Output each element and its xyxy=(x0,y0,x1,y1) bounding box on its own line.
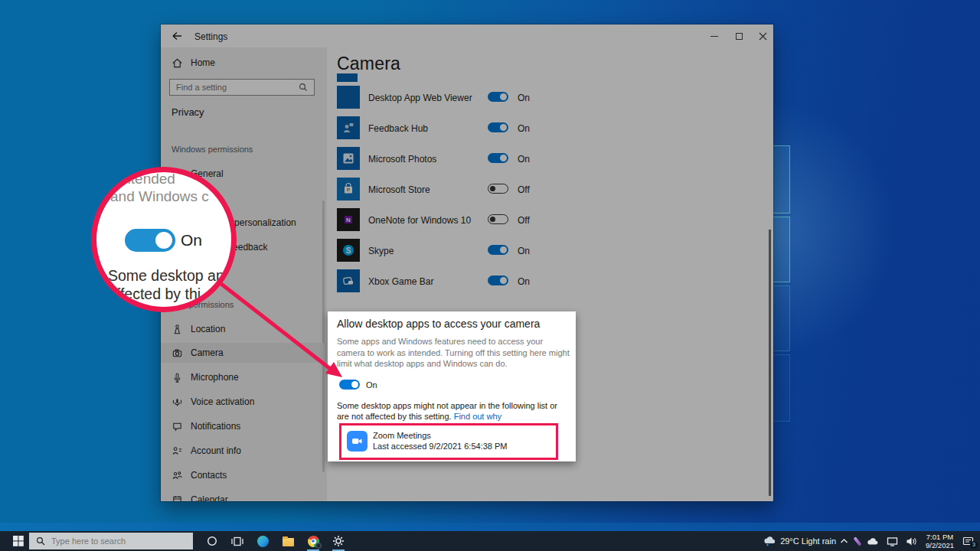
clock-time: 7:01 PM xyxy=(926,533,954,541)
onedrive-icon[interactable] xyxy=(867,537,879,546)
clock-date: 9/2/2021 xyxy=(926,541,954,549)
task-view-button[interactable] xyxy=(226,531,249,551)
edge-icon xyxy=(257,536,269,547)
panel-title: Allow desktop apps to access your camera xyxy=(337,318,540,330)
callout-text: Some desktop ap xyxy=(108,267,224,285)
panel-description: Some apps and Windows features need to a… xyxy=(337,336,570,370)
taskbar-clock[interactable]: 7:01 PM 9/2/2021 xyxy=(926,533,954,549)
settings-button[interactable] xyxy=(327,531,350,551)
desktop-apps-camera-panel: Allow desktop apps to access your camera… xyxy=(328,311,576,461)
wallpaper-window-pane xyxy=(772,354,790,422)
start-button[interactable] xyxy=(8,531,29,551)
chrome-clock-badge xyxy=(315,543,322,549)
volume-icon[interactable] xyxy=(906,536,917,546)
chrome-button[interactable] xyxy=(302,531,325,551)
notification-count-badge: 3 xyxy=(970,541,978,549)
note-text: Some desktop apps might not appear in th… xyxy=(337,401,557,421)
wallpaper-window-pane xyxy=(772,145,790,214)
highlight-app-name: Zoom Meetings xyxy=(373,431,431,440)
weather-label[interactable]: 29°C Light rain xyxy=(780,536,836,546)
gear-icon xyxy=(332,535,345,547)
taskbar-search-input[interactable] xyxy=(51,536,193,546)
magnifier-callout: intended and Windows c On Some desktop a… xyxy=(91,167,237,312)
toggle-state-label: On xyxy=(366,380,377,390)
callout-toggle-state: On xyxy=(181,231,202,249)
panel-note: Some desktop apps might not appear in th… xyxy=(337,400,568,422)
find-out-why-link[interactable]: Find out why xyxy=(454,412,501,421)
chevron-up-icon xyxy=(840,538,848,544)
system-tray: 29°C Light rain 7:01 PM 9/2/2021 3 xyxy=(760,531,980,551)
cortana-icon xyxy=(207,536,217,546)
zoom-meetings-icon xyxy=(347,431,368,452)
taskbar-search[interactable] xyxy=(29,533,193,549)
wallpaper-window-pane xyxy=(772,217,790,282)
tray-overflow-button[interactable] xyxy=(840,538,848,544)
wallpaper-window-pane xyxy=(772,285,790,351)
weather-icon[interactable] xyxy=(763,536,776,546)
action-center-button[interactable]: 3 xyxy=(962,536,974,546)
search-icon xyxy=(36,536,45,546)
cortana-button[interactable] xyxy=(201,531,224,551)
taskbar: 29°C Light rain 7:01 PM 9/2/2021 3 xyxy=(0,531,980,551)
desktop-apps-camera-toggle[interactable] xyxy=(339,380,360,390)
windows-logo-icon xyxy=(13,536,24,546)
wallpaper-light-band xyxy=(0,523,980,531)
file-explorer-icon xyxy=(283,538,294,546)
callout-toggle-illustration xyxy=(125,229,175,252)
highlight-red-box: Zoom Meetings Last accessed 9/2/2021 6:5… xyxy=(339,423,558,460)
pen-tray-icon[interactable] xyxy=(856,536,859,546)
network-icon[interactable] xyxy=(887,536,898,546)
highlight-app-last-accessed: Last accessed 9/2/2021 6:54:38 PM xyxy=(373,442,508,451)
file-explorer-button[interactable] xyxy=(276,531,299,551)
task-view-icon xyxy=(231,536,243,546)
edge-button[interactable] xyxy=(251,531,274,551)
callout-text: and Windows c xyxy=(110,188,209,205)
